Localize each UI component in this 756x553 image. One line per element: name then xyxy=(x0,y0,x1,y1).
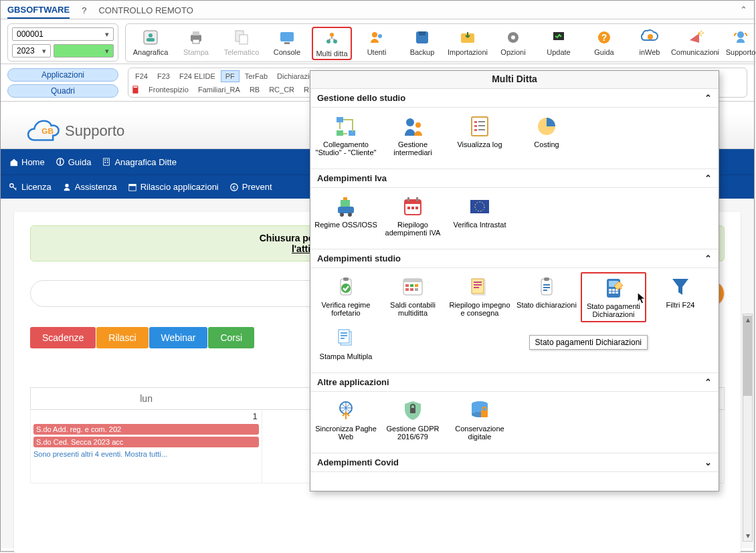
tab-terfab[interactable]: TerFab xyxy=(241,71,272,82)
svg-rect-103 xyxy=(341,338,345,339)
quadri-button[interactable]: Quadri xyxy=(7,84,118,98)
mega-item-log[interactable]: Visualizza log xyxy=(447,112,512,159)
ribbon-label: Anagrafica xyxy=(133,48,169,56)
nav-home[interactable]: Home xyxy=(9,157,45,167)
calendar-event[interactable]: S.do Add. reg. e com. 202 xyxy=(33,424,259,435)
tab-rb[interactable]: RB xyxy=(246,84,264,95)
mega-item-label: Stato pagamenti Dichiarazioni xyxy=(583,302,644,318)
tab-f24[interactable]: F24 xyxy=(131,71,152,82)
section-header-1[interactable]: Adempimenti Iva⌃ xyxy=(310,169,719,188)
nav-rilascio-applicazioni[interactable]: Rilascio applicazioni xyxy=(128,182,219,192)
tab-gbsoftware[interactable]: GBSOFTWARE xyxy=(7,5,70,19)
mega-item-collega[interactable]: Collegamento "Studio" - "Cliente" xyxy=(313,112,379,159)
section-header-3[interactable]: Altre applicazioni⌃ xyxy=(310,373,719,392)
ribbon-guida[interactable]: ?Guida xyxy=(583,27,625,58)
tab-help[interactable]: ? xyxy=(82,5,86,18)
ribbon-collapse-icon[interactable]: ⌃ xyxy=(740,5,747,15)
svg-point-25 xyxy=(737,31,744,38)
tab-f23[interactable]: F23 xyxy=(153,71,174,82)
ribbon-label: Multi ditta xyxy=(316,49,347,58)
mega-item-statodich[interactable]: Stato dichiarazioni xyxy=(514,272,579,322)
ribbon-importazioni[interactable]: Importazioni xyxy=(447,27,488,58)
intrastat-icon xyxy=(468,195,492,219)
scroll-up-icon[interactable]: ▴ xyxy=(743,314,752,325)
svg-rect-30 xyxy=(60,160,61,164)
ribbon-label: Comunicazioni xyxy=(671,48,719,56)
mega-item-forf[interactable]: Verifica regime forfetario xyxy=(313,272,379,322)
mega-item-riepiva[interactable]: Riepilogo adempimenti IVA xyxy=(380,192,446,239)
nav-licenza[interactable]: Licenza xyxy=(9,182,52,192)
svg-rect-96 xyxy=(609,292,611,294)
tab-rilasci[interactable]: Rilasci xyxy=(96,327,148,348)
svg-rect-34 xyxy=(107,160,108,161)
ribbon-console[interactable]: Console xyxy=(266,27,308,58)
svg-rect-94 xyxy=(612,289,615,291)
mega-item-label: Stampa Multipla xyxy=(320,352,373,360)
nav-assistenza[interactable]: Assistenza xyxy=(62,182,117,192)
mega-item-label: Gestione intermediari xyxy=(381,140,444,156)
scroll-thumb[interactable] xyxy=(743,316,752,396)
mega-item-filtrif24[interactable]: Filtri F24 xyxy=(648,272,713,322)
mega-item-conserv[interactable]: Conservazione digitale xyxy=(447,396,512,443)
mega-item-oss[interactable]: Regime OSS/IOSS xyxy=(313,192,379,239)
mega-item-gdpr[interactable]: Gestione GDPR 2016/679 xyxy=(380,396,446,443)
section-header-2[interactable]: Adempimenti studio⌃ xyxy=(310,249,719,268)
mega-item-intrastat[interactable]: Verifica Intrastat xyxy=(447,192,512,239)
vertical-scrollbar[interactable]: ▴ ▾ xyxy=(743,314,753,542)
combo-green[interactable]: ▾ xyxy=(54,44,114,58)
combo-code[interactable]: 000001 ▾ xyxy=(12,27,114,41)
section-header-4[interactable]: Adempimenti Covid⌄ xyxy=(310,453,719,472)
combo-year[interactable]: 2023 ▾ xyxy=(12,44,51,58)
applicazioni-button[interactable]: Applicazioni xyxy=(7,68,118,82)
ribbon-stampa[interactable]: Stampa xyxy=(175,27,217,58)
tab-f24-elide[interactable]: F24 ELIDE xyxy=(175,71,219,82)
filtrif24-icon xyxy=(668,275,692,299)
ribbon-label: Update xyxy=(547,48,570,56)
mega-item-riepimp[interactable]: Riepilogo impegno e consegna xyxy=(447,272,512,322)
ribbon-utenti[interactable]: Utenti xyxy=(356,27,397,58)
tab-scadenze[interactable]: Scadenze xyxy=(30,327,96,348)
building-icon xyxy=(102,157,111,167)
scroll-down-icon[interactable]: ▾ xyxy=(743,530,752,541)
ribbon-inweb[interactable]: inWeb xyxy=(629,27,670,58)
mega-item-costing[interactable]: Costing xyxy=(514,112,579,159)
ribbon-telematico[interactable]: Telematico xyxy=(221,27,262,58)
mega-item-stampamult[interactable]: Stampa Multipla xyxy=(313,324,379,363)
utenti-icon xyxy=(367,28,386,47)
ribbon-supporto[interactable]: Supporto xyxy=(720,27,756,58)
nav-anagrafica-ditte[interactable]: Anagrafica Ditte xyxy=(102,157,177,167)
tab-rc_cr[interactable]: RC_CR xyxy=(265,84,298,95)
svg-rect-59 xyxy=(341,200,350,207)
ribbon-update[interactable]: Update xyxy=(538,27,579,58)
mega-item-saldi[interactable]: Saldi contabili multiditta xyxy=(380,272,446,322)
section-header-0[interactable]: Gestione dello studio⌃ xyxy=(310,89,719,108)
tab-controllo-remoto[interactable]: CONTROLLO REMOTO xyxy=(98,5,193,18)
ribbon-comunicazioni[interactable]: Comunicazioni xyxy=(674,27,716,58)
mega-item-paghe[interactable]: Sincronizza Paghe Web xyxy=(313,396,379,443)
calendar-event[interactable]: S.do Ced. Secca 2023 acc xyxy=(33,437,259,447)
svg-rect-62 xyxy=(405,200,421,204)
calendar-more-link[interactable]: Sono presenti altri 4 eventi. Mostra tut… xyxy=(33,450,259,458)
ribbon-anagrafica[interactable]: Anagrafica xyxy=(130,27,171,58)
oss-icon xyxy=(334,195,358,219)
svg-rect-53 xyxy=(474,129,477,131)
tab-frontespizio[interactable]: Frontespizio xyxy=(145,84,193,95)
tab-corsi[interactable]: Corsi xyxy=(208,327,254,348)
tab-webinar[interactable]: Webinar xyxy=(149,327,208,348)
nav-prevent[interactable]: €Prevent xyxy=(229,182,272,192)
tab-pf[interactable]: PF xyxy=(221,70,240,82)
telematico-icon xyxy=(232,28,251,47)
mega-item-intermed[interactable]: Gestione intermediari xyxy=(380,112,446,159)
svg-rect-27 xyxy=(134,86,138,88)
mega-item-label: Costing xyxy=(534,140,559,148)
statopag-icon xyxy=(601,276,626,300)
opzioni-icon xyxy=(504,28,523,47)
ribbon-backup[interactable]: Backup xyxy=(401,27,443,58)
calendar-cell[interactable]: 1 S.do Add. reg. e com. 202 S.do Ced. Se… xyxy=(31,410,262,483)
svg-rect-79 xyxy=(410,288,413,291)
mega-item-statopag[interactable]: Stato pagamenti DichiarazioniStato pagam… xyxy=(581,272,646,322)
nav-guida[interactable]: Guida xyxy=(56,157,92,167)
ribbon-opzioni[interactable]: Opzioni xyxy=(492,27,534,58)
tab-familiari_ra[interactable]: Familiari_RA xyxy=(194,84,244,95)
ribbon-multiditta[interactable]: Multi ditta xyxy=(312,27,352,60)
